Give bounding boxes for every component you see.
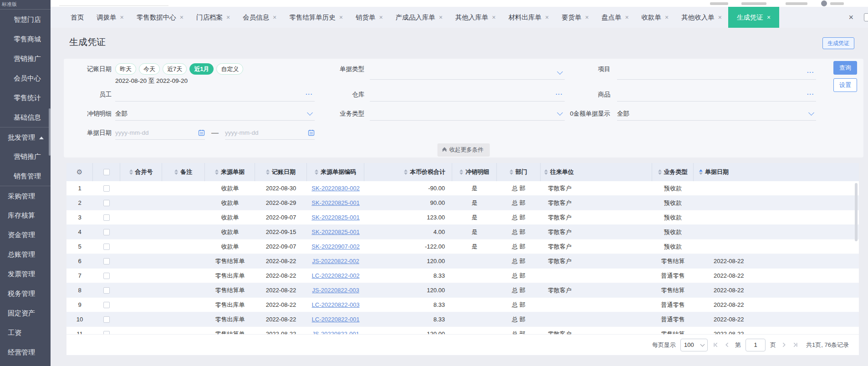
source-code-link[interactable]: JS-20220822-003	[312, 287, 359, 294]
tab-close-icon[interactable]: ×	[665, 14, 669, 21]
sort-icon[interactable]	[129, 169, 133, 175]
doc-date-to-input[interactable]	[225, 129, 293, 136]
sort-icon[interactable]	[266, 169, 270, 175]
sidebar-item[interactable]: 固定资产	[0, 303, 51, 323]
table-header-source-code[interactable]: 来源单据编码	[307, 163, 364, 181]
table-header-note[interactable]: 备注	[162, 163, 205, 181]
table-row[interactable]: 7 零售出库单 2022-08-22 LC-20220822-002 8.33 …	[66, 269, 859, 283]
row-checkbox[interactable]	[103, 331, 110, 335]
avatar[interactable]	[821, 0, 827, 6]
tab[interactable]: 收款单 ×	[635, 7, 675, 28]
tab-close-icon[interactable]: ×	[767, 14, 771, 21]
tab-close-icon[interactable]: ×	[379, 14, 383, 21]
select-all-checkbox[interactable]	[103, 169, 110, 175]
sidebar-item[interactable]: 总账管理	[0, 244, 51, 264]
last-page-button[interactable]	[792, 341, 799, 348]
tab-close-icon[interactable]: ×	[585, 14, 589, 21]
more-icon[interactable]: ···	[807, 91, 814, 97]
sidebar-item[interactable]: 零售统计	[0, 88, 51, 107]
table-row[interactable]: 8 零售结算单 2022-08-22 JS-20220822-003 120.0…	[66, 283, 859, 298]
row-checkbox[interactable]	[103, 185, 110, 192]
table-header-amount[interactable]: 本币价税合计	[364, 163, 452, 181]
doc-type-select[interactable]	[370, 66, 565, 80]
warehouse-picker[interactable]: ···	[370, 88, 565, 102]
source-code-link[interactable]: JS-20220822-002	[312, 258, 359, 264]
sidebar-item[interactable]: 基础信息	[0, 107, 51, 127]
tab-close-icon[interactable]: ×	[273, 14, 276, 21]
calendar-icon[interactable]	[198, 129, 205, 136]
table-row[interactable]: 5 收款单 2022-09-07 SK-20220907-002 -122.00…	[66, 239, 859, 254]
first-page-button[interactable]	[712, 341, 719, 348]
date-preset-pill[interactable]: 自定义	[216, 63, 243, 75]
table-scrollbar[interactable]	[855, 183, 858, 241]
zero-amount-select[interactable]: 全部	[617, 107, 816, 121]
tab[interactable]: 门店档案 ×	[190, 7, 236, 28]
sidebar-item[interactable]: 会员中心	[0, 68, 51, 88]
date-preset-pill[interactable]: 昨天	[115, 63, 136, 75]
source-code-link[interactable]: LC-20220822-002	[312, 272, 360, 279]
table-header-writeoff[interactable]: 冲销明细	[452, 163, 497, 181]
tab[interactable]: 产成品入库单 ×	[389, 7, 449, 28]
tab-close-icon[interactable]: ×	[545, 14, 549, 21]
per-page-select[interactable]: 100	[680, 339, 708, 351]
sidebar-item[interactable]: 经营管理	[0, 342, 51, 362]
next-page-button[interactable]	[781, 341, 787, 348]
row-checkbox[interactable]	[103, 200, 110, 206]
sidebar-item[interactable]: 发票管理	[0, 264, 51, 284]
sidebar-item[interactable]: 智慧门店	[0, 10, 51, 29]
tab[interactable]: 会员信息 ×	[236, 7, 283, 28]
tab[interactable]: 零售数据中心 ×	[130, 7, 190, 28]
table-row[interactable]: 1 收款单 2022-08-30 SK-20220830-002 -90.00 …	[66, 181, 859, 196]
table-header-biz-type[interactable]: 业务类型	[652, 163, 694, 181]
row-checkbox[interactable]	[103, 287, 110, 294]
biz-type-select[interactable]	[370, 107, 565, 121]
gear-icon[interactable]: ⚙	[77, 168, 82, 176]
more-icon[interactable]: ···	[306, 91, 313, 97]
table-row[interactable]: 11 零售结算单 2022-08-22 JS-20220822-001 120.…	[66, 327, 859, 334]
settings-button[interactable]: 设置	[833, 78, 857, 92]
sort-icon[interactable]	[460, 169, 463, 175]
table-header-partner[interactable]: 往来单位	[541, 163, 652, 181]
project-picker[interactable]: ···	[617, 66, 816, 80]
tab[interactable]: 材料出库单 ×	[502, 7, 556, 28]
close-all-tabs-icon[interactable]: ×	[848, 7, 853, 28]
tab[interactable]: 销货单 ×	[349, 7, 389, 28]
sidebar-item[interactable]: 销售管理	[0, 166, 51, 186]
source-code-link[interactable]: SK-20220825-001	[311, 199, 360, 206]
more-icon[interactable]: ···	[556, 91, 563, 97]
sidebar-item[interactable]: 营销推广	[0, 147, 51, 166]
tab-list-icon[interactable]	[864, 13, 868, 21]
source-code-link[interactable]: SK-20220907-002	[311, 243, 360, 250]
table-row[interactable]: 3 收款单 2022-09-07 SK-20220825-001 123.00 …	[66, 210, 859, 225]
tab-close-icon[interactable]: ×	[180, 14, 184, 21]
goods-picker[interactable]: ···	[617, 88, 816, 102]
tab[interactable]: 其他收入单 ×	[675, 7, 728, 28]
tab[interactable]: 调拨单 ×	[90, 7, 130, 28]
row-checkbox[interactable]	[103, 316, 110, 323]
sort-icon[interactable]	[510, 169, 513, 175]
table-row[interactable]: 10 零售出库单 2022-08-22 LC-20220822-001 8.33…	[66, 312, 859, 327]
date-preset-pill[interactable]: 今天	[139, 63, 160, 75]
tab[interactable]: 盘点单 ×	[595, 7, 635, 28]
sort-icon[interactable]	[658, 169, 662, 175]
row-checkbox[interactable]	[103, 273, 110, 279]
sidebar-item[interactable]: 零售商城	[0, 29, 51, 49]
table-header-source-doc[interactable]: 来源单据	[205, 163, 255, 181]
prev-page-button[interactable]	[724, 341, 730, 348]
sort-icon[interactable]	[174, 169, 178, 175]
tab-close-icon[interactable]: ×	[439, 14, 443, 21]
calendar-icon[interactable]	[308, 129, 315, 136]
writeoff-select[interactable]: 全部	[115, 107, 315, 121]
row-checkbox[interactable]	[103, 214, 110, 221]
table-header-dept[interactable]: 部门	[497, 163, 541, 181]
table-header-doc-date[interactable]: 单据日期	[694, 163, 859, 181]
source-code-link[interactable]: SK-20220825-001	[311, 214, 360, 221]
source-code-link[interactable]: JS-20220822-001	[312, 330, 359, 334]
tab-close-icon[interactable]: ×	[492, 14, 495, 21]
date-preset-pill[interactable]: 近7天	[163, 63, 187, 75]
sort-icon[interactable]	[544, 169, 548, 175]
source-code-link[interactable]: SK-20220830-002	[311, 185, 360, 192]
tab[interactable]: 要货单 ×	[555, 7, 595, 28]
sidebar-item[interactable]: 采购管理	[0, 186, 51, 205]
table-row[interactable]: 6 零售结算单 2022-08-22 JS-20220822-002 120.0…	[66, 254, 859, 269]
